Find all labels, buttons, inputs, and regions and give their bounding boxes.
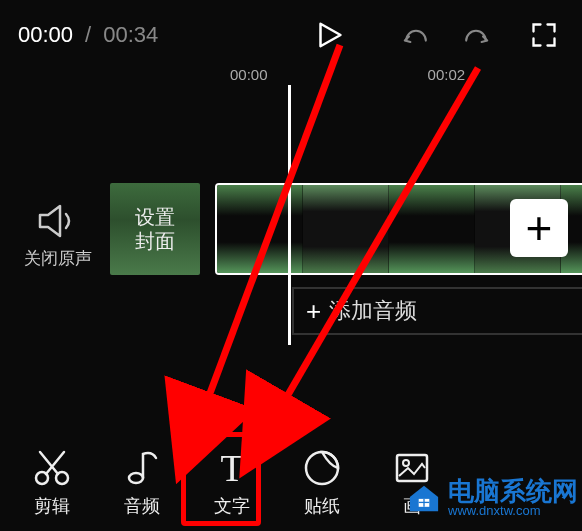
- cover-label-line2: 封面: [135, 229, 175, 253]
- tool-edit[interactable]: 剪辑: [12, 448, 92, 518]
- svg-point-5: [403, 460, 409, 466]
- text-icon: T: [212, 448, 252, 488]
- sticker-icon: [302, 448, 342, 488]
- set-cover-button[interactable]: 设置 封面: [110, 183, 200, 275]
- playhead[interactable]: [288, 85, 291, 345]
- redo-button[interactable]: [456, 26, 496, 44]
- timeline-ruler: 00:00 00:02: [230, 60, 582, 85]
- speaker-icon: [34, 203, 82, 239]
- redo-icon: [462, 26, 490, 44]
- tool-audio[interactable]: 音频: [102, 448, 182, 518]
- ruler-tick-1: 00:02: [428, 66, 466, 83]
- scissors-icon: [32, 448, 72, 488]
- time-current: 00:00: [18, 22, 73, 48]
- ruler-tick-0: 00:00: [230, 66, 268, 83]
- watermark: 电脑系统网 www.dnxtw.com: [406, 478, 578, 517]
- tool-sticker[interactable]: 贴纸: [282, 448, 362, 518]
- add-audio-track[interactable]: + 添加音频: [292, 287, 582, 335]
- timeline[interactable]: 关闭原声 设置 封面 + + 添加音频: [0, 85, 582, 345]
- fullscreen-button[interactable]: [524, 21, 564, 49]
- plus-icon: +: [526, 205, 553, 251]
- undo-icon: [402, 26, 430, 44]
- music-note-icon: [122, 448, 162, 488]
- tool-sticker-label: 贴纸: [304, 494, 340, 518]
- add-clip-button[interactable]: +: [510, 199, 568, 257]
- house-icon: [406, 483, 442, 513]
- time-duration: 00:34: [103, 22, 158, 48]
- watermark-brand: 电脑系统网: [448, 478, 578, 504]
- time-separator: /: [85, 22, 91, 48]
- play-icon: [313, 20, 343, 50]
- cover-label-line1: 设置: [135, 205, 175, 229]
- mute-audio[interactable]: 关闭原声: [22, 203, 94, 270]
- undo-button[interactable]: [396, 26, 436, 44]
- mute-label: 关闭原声: [22, 247, 94, 270]
- tool-edit-label: 剪辑: [34, 494, 70, 518]
- watermark-url: www.dnxtw.com: [448, 504, 578, 517]
- tool-audio-label: 音频: [124, 494, 160, 518]
- fullscreen-icon: [530, 21, 558, 49]
- svg-point-2: [129, 473, 143, 483]
- plus-icon: +: [306, 296, 321, 327]
- play-button[interactable]: [308, 20, 348, 50]
- tool-text[interactable]: T 文字: [192, 448, 272, 518]
- tool-text-label: 文字: [214, 494, 250, 518]
- add-audio-label: 添加音频: [329, 296, 417, 326]
- top-bar: 00:00 / 00:34: [0, 0, 582, 60]
